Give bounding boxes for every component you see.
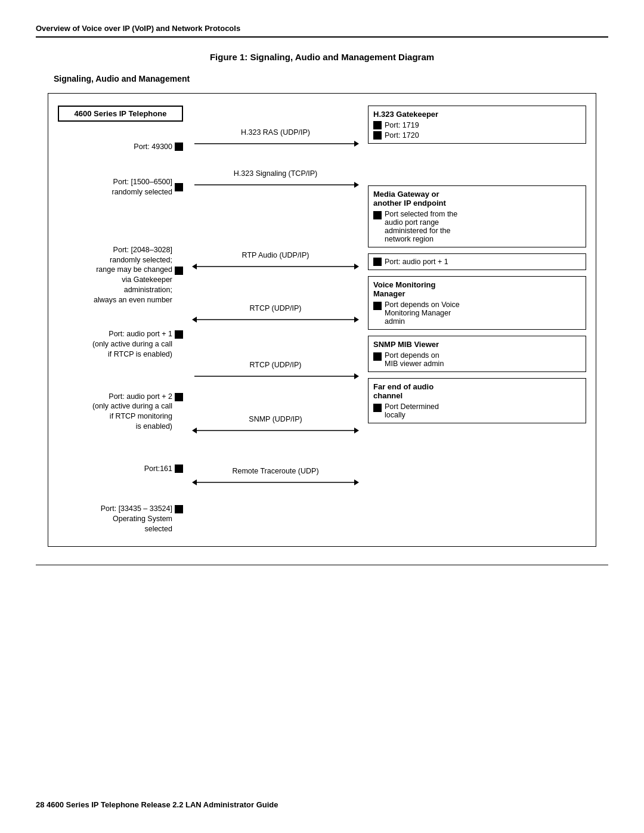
svg-marker-14 [354, 428, 359, 433]
ep-snmp-title: SNMP MIB Viewer [373, 340, 581, 349]
ep-mg-dot [373, 211, 382, 219]
proto-snmp-arrow [192, 425, 359, 436]
proto-rtp-label: RTP Audio (UDP/IP) [183, 251, 368, 259]
phone-header-box: 4600 Series IP Telephone [58, 106, 183, 122]
port-row-3: Port: [2048–3028]randomly selected;range… [58, 245, 183, 305]
proto-signaling-arrow [192, 179, 359, 191]
proto-traceroute-block: Remote Traceroute (UDP) [183, 467, 368, 490]
port-dot-audio2 [175, 393, 183, 401]
proto-snmp-label: SNMP (UDP/IP) [183, 415, 368, 423]
proto-rtcp2-label: RTCP (UDP/IP) [183, 361, 368, 369]
proto-rtcp1-label: RTCP (UDP/IP) [183, 304, 368, 312]
proto-traceroute-label: Remote Traceroute (UDP) [183, 467, 368, 475]
ep-gk-port2-label: Port: 1720 [385, 131, 419, 140]
ep-far-end-title: Far end of audiochannel [373, 382, 581, 400]
proto-signaling-label: H.323 Signaling (TCP/IP) [183, 169, 368, 178]
proto-rtcp1-block: RTCP (UDP/IP) [183, 304, 368, 327]
port-label-161: Port:161 [144, 464, 172, 474]
ep-vmm-box: Voice MonitoringManager Port depends on … [368, 276, 586, 330]
proto-ras-arrow [192, 138, 359, 150]
port-label-49300: Port: 49300 [134, 142, 172, 152]
middle-column: H.323 RAS (UDP/IP) H.323 Signaling (TCP/… [183, 106, 368, 490]
bottom-divider [36, 565, 608, 565]
port-row-6: Port:161 [58, 464, 183, 474]
proto-rtp-arrow [192, 261, 359, 272]
ep-media-gateway-box: Media Gateway oranother IP endpoint Port… [368, 185, 586, 247]
svg-marker-17 [354, 479, 359, 485]
ep-snmp-port-row: Port depends onMIB viewer admin [373, 351, 581, 368]
port-dot-audio1 [175, 330, 183, 339]
ep-mg-desc: Port selected from theaudio port rangead… [385, 210, 457, 243]
port-row-1: Port: 49300 [58, 142, 183, 152]
port-label-audio1: Port: audio port + 1(only active during … [92, 329, 172, 360]
proto-ras-block: H.323 RAS (UDP/IP) [183, 128, 368, 151]
ep-far-end-dot [373, 404, 382, 412]
ep-far-end-desc: Port Determinedlocally [385, 402, 439, 419]
ep-snmp-dot [373, 352, 382, 361]
port-row-4: Port: audio port + 1(only active during … [58, 329, 183, 360]
right-column: H.323 Gatekeeper Port: 1719 Port: 1720 M… [368, 106, 586, 429]
port-dot-49300 [175, 143, 183, 151]
ep-vmm-dot [373, 302, 382, 310]
ep-rtcp1-port-row: Port: audio port + 1 [373, 258, 581, 266]
ep-vmm-desc: Port depends on VoiceMonitoring Managera… [385, 301, 460, 326]
port-dot-33435 [175, 505, 183, 513]
ep-gk-port1-row: Port: 1719 [373, 121, 581, 129]
port-row-7: Port: [33435 – 33524]Operating Systemsel… [58, 504, 183, 534]
port-dot-1500 [175, 183, 183, 191]
left-column: 4600 Series IP Telephone Port: 49300 Por… [58, 106, 183, 534]
diagram-box: 4600 Series IP Telephone Port: 49300 Por… [48, 93, 596, 547]
proto-ras-label: H.323 RAS (UDP/IP) [183, 128, 368, 137]
port-label-audio2: Port: audio port + 2(only active during … [92, 392, 172, 432]
port-label-2048: Port: [2048–3028]randomly selected;range… [94, 245, 172, 305]
proto-rtp-block: RTP Audio (UDP/IP) [183, 251, 368, 274]
ep-rtcp-audio1-box: Port: audio port + 1 [368, 253, 586, 270]
ep-mg-title: Media Gateway oranother IP endpoint [373, 190, 581, 208]
proto-signaling-block: H.323 Signaling (TCP/IP) [183, 169, 368, 193]
port-label-33435: Port: [33435 – 33524]Operating Systemsel… [101, 504, 172, 534]
port-label-1500: Port: [1500–6500]randomly selected [112, 177, 172, 197]
svg-marker-3 [354, 182, 359, 188]
ep-vmm-port-row: Port depends on VoiceMonitoring Managera… [373, 301, 581, 326]
page-footer: 28 4600 Series IP Telephone Release 2.2 … [36, 788, 608, 809]
port-row-5: Port: audio port + 2(only active during … [58, 392, 183, 432]
top-divider [36, 36, 608, 38]
proto-rtcp2-block: RTCP (UDP/IP) [183, 361, 368, 384]
proto-traceroute-arrow [192, 476, 359, 488]
port-dot-161 [175, 465, 183, 473]
svg-marker-6 [354, 264, 359, 270]
diagram-layout: 4600 Series IP Telephone Port: 49300 Por… [58, 106, 586, 534]
ep-gk-dot2 [373, 131, 382, 140]
svg-marker-11 [354, 373, 359, 379]
proto-rtcp1-arrow [192, 314, 359, 326]
section-label: Signaling, Audio and Management [54, 74, 608, 83]
ep-mg-port-row: Port selected from theaudio port rangead… [373, 210, 581, 243]
proto-rtcp2-arrow [192, 370, 359, 382]
page: Overview of Voice over IP (VoIP) and Net… [0, 0, 644, 833]
ep-gatekeeper-box: H.323 Gatekeeper Port: 1719 Port: 1720 [368, 106, 586, 144]
ep-rtcp1-dot [373, 258, 382, 266]
ep-gk-port2-row: Port: 1720 [373, 131, 581, 140]
svg-marker-9 [354, 317, 359, 323]
ep-gk-port1-label: Port: 1719 [385, 121, 419, 129]
ep-gatekeeper-title: H.323 Gatekeeper [373, 110, 581, 119]
page-header: Overview of Voice over IP (VoIP) and Net… [36, 24, 608, 33]
proto-snmp-block: SNMP (UDP/IP) [183, 415, 368, 438]
ep-gk-dot1 [373, 121, 382, 129]
figure-title: Figure 1: Signaling, Audio and Managemen… [36, 52, 608, 62]
ep-snmp-box: SNMP MIB Viewer Port depends onMIB viewe… [368, 336, 586, 372]
ep-snmp-desc: Port depends onMIB viewer admin [385, 351, 444, 368]
svg-marker-1 [354, 141, 359, 147]
ep-far-end-box: Far end of audiochannel Port Determinedl… [368, 378, 586, 423]
ep-vmm-title: Voice MonitoringManager [373, 280, 581, 298]
port-dot-2048 [175, 267, 183, 275]
ep-far-end-port-row: Port Determinedlocally [373, 402, 581, 419]
ep-rtcp1-desc: Port: audio port + 1 [385, 258, 448, 266]
port-row-2: Port: [1500–6500]randomly selected [58, 177, 183, 197]
